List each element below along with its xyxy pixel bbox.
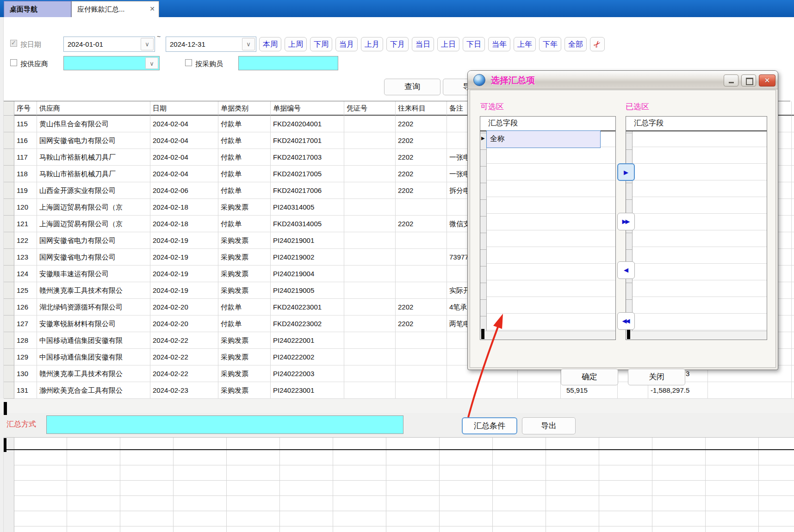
table-cell[interactable] <box>344 365 396 382</box>
quick-range-button[interactable]: 本周 <box>259 37 281 51</box>
table-cell[interactable] <box>344 382 396 399</box>
table-cell[interactable]: 湖北绿钨资源循环有限公司 <box>37 299 150 315</box>
table-cell[interactable]: 采购发票 <box>218 249 271 266</box>
table-cell[interactable] <box>344 182 396 199</box>
table-cell[interactable]: 付款单 <box>218 299 271 315</box>
table-cell[interactable]: FKD240223001 <box>271 299 344 315</box>
table-cell[interactable]: 2024-02-20 <box>150 315 218 332</box>
table-cell[interactable]: 126 <box>14 299 37 315</box>
table-cell[interactable]: 黄山伟旦合金有限公司 <box>37 116 150 132</box>
tab-close-icon[interactable]: ✕ <box>149 5 155 12</box>
table-cell[interactable] <box>792 266 794 282</box>
quick-range-button[interactable]: 上月 <box>361 37 383 51</box>
table-cell[interactable]: 安徽顺丰速运有限公司 <box>37 266 150 282</box>
table-cell[interactable] <box>344 132 396 149</box>
table-cell[interactable]: FKD240217006 <box>271 182 344 199</box>
table-cell[interactable]: PI240219004 <box>271 266 344 282</box>
query-button[interactable]: 查询 <box>384 79 440 95</box>
table-cell[interactable]: 122 <box>14 232 37 249</box>
row-header-cell[interactable] <box>4 116 14 132</box>
table-cell[interactable]: FKD240217001 <box>271 132 344 149</box>
table-cell[interactable]: 2202 <box>396 149 447 166</box>
table-cell[interactable]: 上海圆迈贸易有限公司（京 <box>37 199 150 216</box>
table-cell[interactable]: 2024-02-04 <box>150 116 218 132</box>
table-cell[interactable]: PI240219002 <box>271 249 344 266</box>
scrollbar-thumb[interactable] <box>481 329 484 339</box>
column-header[interactable]: 往来科目 <box>396 101 447 116</box>
table-cell[interactable] <box>792 332 794 349</box>
table-cell[interactable]: 国网安徽省电力有限公司 <box>37 232 150 249</box>
table-cell[interactable] <box>396 382 447 399</box>
by-date-checkbox[interactable]: ✓ <box>10 40 17 47</box>
table-cell[interactable]: 127 <box>14 315 37 332</box>
column-header[interactable]: 凭证号 <box>344 101 396 116</box>
row-header-cell[interactable] <box>4 315 14 332</box>
table-cell[interactable]: 130 <box>14 365 37 382</box>
table-cell[interactable]: 2202 <box>396 132 447 149</box>
horizontal-scrollbar[interactable] <box>480 331 615 340</box>
table-cell[interactable]: 采购发票 <box>218 232 271 249</box>
table-cell[interactable]: 付款单 <box>218 166 271 182</box>
table-cell[interactable]: 117 <box>14 149 37 166</box>
table-cell[interactable] <box>344 249 396 266</box>
table-cell[interactable] <box>344 216 396 232</box>
table-cell[interactable]: 采购发票 <box>218 199 271 216</box>
table-cell[interactable]: 采购发票 <box>218 349 271 365</box>
table-cell[interactable]: 2202 <box>396 315 447 332</box>
column-header[interactable]: 序号 <box>14 101 37 116</box>
row-header-cell[interactable] <box>4 249 14 266</box>
table-cell[interactable]: 118 <box>14 166 37 182</box>
quick-range-button[interactable]: 全部 <box>564 37 587 51</box>
table-cell[interactable]: 2024-02-20 <box>150 299 218 315</box>
table-cell[interactable] <box>518 382 561 399</box>
table-cell[interactable]: FKD240217005 <box>271 166 344 182</box>
table-cell[interactable] <box>344 332 396 349</box>
scrollbar-thumb[interactable] <box>627 329 630 339</box>
table-cell[interactable]: FKD240217003 <box>271 149 344 166</box>
close-button[interactable]: ✕ <box>759 74 775 87</box>
minimize-button[interactable] <box>724 74 738 87</box>
table-cell[interactable]: 国网安徽省电力有限公司 <box>37 132 150 149</box>
table-cell[interactable] <box>344 266 396 282</box>
table-cell[interactable]: 119 <box>14 182 37 199</box>
supplier-combobox[interactable]: ∨ <box>63 56 160 70</box>
table-cell[interactable] <box>792 282 794 299</box>
column-header[interactable]: 供应商 <box>37 101 150 116</box>
quick-range-button[interactable]: 下月 <box>386 37 409 51</box>
table-cell[interactable] <box>792 232 794 249</box>
table-cell[interactable]: 付款单 <box>218 149 271 166</box>
quick-range-button[interactable]: 当日 <box>412 37 434 51</box>
move-all-left-button[interactable]: ◀◀ <box>617 312 635 330</box>
ok-button[interactable]: 确定 <box>561 369 618 385</box>
table-cell[interactable] <box>396 232 447 249</box>
table-cell[interactable] <box>396 199 447 216</box>
table-cell[interactable]: 2024-02-06 <box>150 182 218 199</box>
table-cell[interactable]: 采购发票 <box>218 332 271 349</box>
table-cell[interactable]: 采购发票 <box>218 365 271 382</box>
row-header-cell[interactable] <box>4 382 14 399</box>
move-all-right-button[interactable]: ▶▶ <box>617 213 635 230</box>
table-cell[interactable]: FKD240314005 <box>271 216 344 232</box>
table-cell[interactable]: PI240222002 <box>271 349 344 365</box>
available-fields-list[interactable]: 汇总字段 全称 ▶ <box>480 116 616 340</box>
table-cell[interactable] <box>447 382 518 399</box>
quick-range-button[interactable]: 上年 <box>514 37 536 51</box>
row-header-cell[interactable] <box>4 182 14 199</box>
table-cell[interactable]: 付款单 <box>218 216 271 232</box>
selected-fields-list[interactable]: 汇总字段 <box>626 116 767 340</box>
table-cell[interactable]: 128 <box>14 332 37 349</box>
row-header-cell[interactable] <box>4 266 14 282</box>
table-cell[interactable] <box>396 332 447 349</box>
table-cell[interactable]: 国网安徽省电力有限公司 <box>37 249 150 266</box>
date-from-combobox[interactable]: 2024-01-01 ∨ <box>63 37 155 52</box>
table-cell[interactable] <box>792 166 794 182</box>
table-cell[interactable] <box>792 216 794 232</box>
table-cell[interactable] <box>396 349 447 365</box>
row-header-cell[interactable] <box>4 349 14 365</box>
export-button-bottom[interactable]: 导出 <box>522 417 576 434</box>
table-cell[interactable]: 2024-02-18 <box>150 199 218 216</box>
row-header-cell[interactable] <box>4 132 14 149</box>
table-cell[interactable] <box>792 116 794 132</box>
row-header-cell[interactable] <box>4 282 14 299</box>
table-cell[interactable]: 115 <box>14 116 37 132</box>
